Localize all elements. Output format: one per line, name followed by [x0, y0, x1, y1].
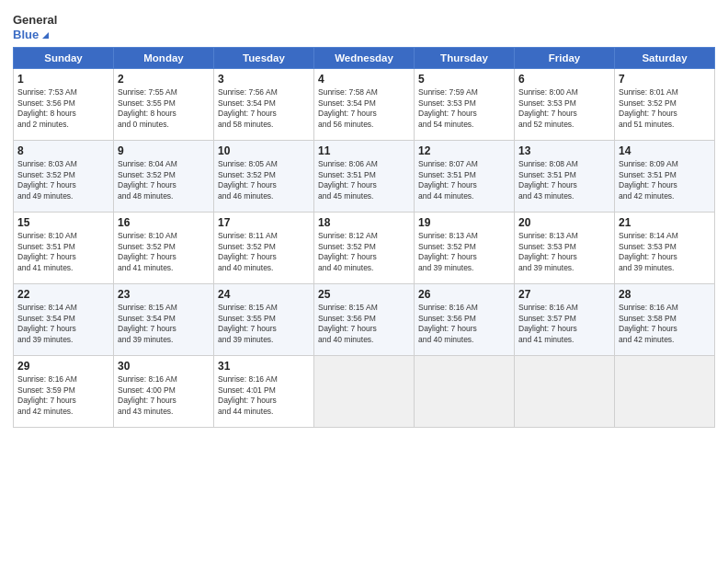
day-number: 26 [418, 288, 510, 301]
calendar-cell: 22Sunrise: 8:14 AMSunset: 3:54 PMDayligh… [14, 284, 114, 356]
header: GeneralBlue [13, 13, 715, 41]
weekday-saturday: Saturday [615, 48, 715, 69]
calendar-cell: 23Sunrise: 8:15 AMSunset: 3:54 PMDayligh… [114, 284, 214, 356]
cell-details: Sunrise: 8:01 AMSunset: 3:52 PMDaylight:… [619, 87, 711, 130]
calendar-cell: 6Sunrise: 8:00 AMSunset: 3:53 PMDaylight… [515, 69, 615, 141]
day-number: 7 [619, 73, 711, 86]
cell-details: Sunrise: 8:16 AMSunset: 3:57 PMDaylight:… [518, 303, 610, 345]
calendar-cell: 26Sunrise: 8:16 AMSunset: 3:56 PMDayligh… [415, 284, 515, 356]
week-row-3: 15Sunrise: 8:10 AMSunset: 3:51 PMDayligh… [14, 213, 715, 284]
cell-details: Sunrise: 7:59 AMSunset: 3:53 PMDaylight:… [418, 87, 510, 130]
weekday-tuesday: Tuesday [214, 48, 314, 69]
cell-details: Sunrise: 8:14 AMSunset: 3:53 PMDaylight:… [619, 231, 711, 273]
calendar-cell [314, 356, 415, 428]
cell-details: Sunrise: 8:15 AMSunset: 3:55 PMDaylight:… [218, 303, 310, 345]
cell-details: Sunrise: 8:16 AMSunset: 3:58 PMDaylight:… [619, 303, 711, 345]
day-number: 24 [218, 288, 310, 301]
cell-details: Sunrise: 8:11 AMSunset: 3:52 PMDaylight:… [218, 231, 310, 273]
weekday-thursday: Thursday [415, 48, 515, 69]
day-number: 11 [318, 144, 410, 157]
calendar-cell: 16Sunrise: 8:10 AMSunset: 3:52 PMDayligh… [114, 213, 214, 284]
cell-details: Sunrise: 8:08 AMSunset: 3:51 PMDaylight:… [518, 159, 610, 201]
cell-details: Sunrise: 8:13 AMSunset: 3:52 PMDaylight:… [418, 231, 510, 273]
day-number: 13 [518, 144, 610, 157]
calendar-body: 1Sunrise: 7:53 AMSunset: 3:56 PMDaylight… [14, 69, 715, 428]
day-number: 8 [17, 144, 109, 157]
day-number: 12 [418, 144, 510, 157]
day-number: 21 [619, 216, 711, 229]
day-number: 1 [17, 73, 109, 86]
cell-details: Sunrise: 7:53 AMSunset: 3:56 PMDaylight:… [17, 87, 109, 130]
calendar-cell: 14Sunrise: 8:09 AMSunset: 3:51 PMDayligh… [615, 141, 715, 213]
cell-details: Sunrise: 8:16 AMSunset: 3:59 PMDaylight:… [17, 374, 109, 417]
cell-details: Sunrise: 7:58 AMSunset: 3:54 PMDaylight:… [318, 87, 410, 130]
cell-details: Sunrise: 8:14 AMSunset: 3:54 PMDaylight:… [17, 303, 109, 345]
calendar-cell: 10Sunrise: 8:05 AMSunset: 3:52 PMDayligh… [214, 141, 314, 213]
cell-details: Sunrise: 8:15 AMSunset: 3:54 PMDaylight:… [118, 303, 210, 345]
day-number: 4 [318, 73, 410, 86]
day-number: 27 [518, 288, 610, 301]
cell-details: Sunrise: 8:15 AMSunset: 3:56 PMDaylight:… [318, 303, 410, 345]
calendar-table: SundayMondayTuesdayWednesdayThursdayFrid… [13, 47, 715, 428]
calendar-cell: 12Sunrise: 8:07 AMSunset: 3:51 PMDayligh… [415, 141, 515, 213]
calendar-cell: 19Sunrise: 8:13 AMSunset: 3:52 PMDayligh… [415, 213, 515, 284]
calendar-cell: 27Sunrise: 8:16 AMSunset: 3:57 PMDayligh… [515, 284, 615, 356]
logo: GeneralBlue [13, 13, 57, 41]
cell-details: Sunrise: 8:03 AMSunset: 3:52 PMDaylight:… [17, 159, 109, 201]
calendar-cell [515, 356, 615, 428]
calendar-cell: 31Sunrise: 8:16 AMSunset: 4:01 PMDayligh… [214, 356, 314, 428]
day-number: 22 [17, 288, 109, 301]
day-number: 14 [619, 144, 711, 157]
calendar-cell: 29Sunrise: 8:16 AMSunset: 3:59 PMDayligh… [14, 356, 114, 428]
calendar-cell: 5Sunrise: 7:59 AMSunset: 3:53 PMDaylight… [415, 69, 515, 141]
calendar-cell: 2Sunrise: 7:55 AMSunset: 3:55 PMDaylight… [114, 69, 214, 141]
cell-details: Sunrise: 8:16 AMSunset: 4:01 PMDaylight:… [218, 374, 310, 417]
cell-details: Sunrise: 7:55 AMSunset: 3:55 PMDaylight:… [118, 87, 210, 130]
calendar-cell: 13Sunrise: 8:08 AMSunset: 3:51 PMDayligh… [515, 141, 615, 213]
cell-details: Sunrise: 8:06 AMSunset: 3:51 PMDaylight:… [318, 159, 410, 201]
cell-details: Sunrise: 8:09 AMSunset: 3:51 PMDaylight:… [619, 159, 711, 201]
cell-details: Sunrise: 7:56 AMSunset: 3:54 PMDaylight:… [218, 87, 310, 130]
day-number: 3 [218, 73, 310, 86]
logo-text: GeneralBlue [13, 13, 57, 41]
calendar-cell [615, 356, 715, 428]
weekday-header-row: SundayMondayTuesdayWednesdayThursdayFrid… [14, 48, 715, 69]
calendar-container: GeneralBlue SundayMondayTuesdayWednesday… [0, 0, 728, 563]
calendar-cell: 28Sunrise: 8:16 AMSunset: 3:58 PMDayligh… [615, 284, 715, 356]
day-number: 23 [118, 288, 210, 301]
calendar-cell: 1Sunrise: 7:53 AMSunset: 3:56 PMDaylight… [14, 69, 114, 141]
cell-details: Sunrise: 8:00 AMSunset: 3:53 PMDaylight:… [518, 87, 610, 130]
calendar-cell: 25Sunrise: 8:15 AMSunset: 3:56 PMDayligh… [314, 284, 415, 356]
day-number: 17 [218, 216, 310, 229]
cell-details: Sunrise: 8:10 AMSunset: 3:51 PMDaylight:… [17, 231, 109, 273]
day-number: 28 [619, 288, 711, 301]
weekday-friday: Friday [515, 48, 615, 69]
calendar-cell: 8Sunrise: 8:03 AMSunset: 3:52 PMDaylight… [14, 141, 114, 213]
day-number: 29 [17, 360, 109, 373]
calendar-cell: 21Sunrise: 8:14 AMSunset: 3:53 PMDayligh… [615, 213, 715, 284]
calendar-cell: 20Sunrise: 8:13 AMSunset: 3:53 PMDayligh… [515, 213, 615, 284]
cell-details: Sunrise: 8:12 AMSunset: 3:52 PMDaylight:… [318, 231, 410, 273]
day-number: 18 [318, 216, 410, 229]
calendar-cell: 9Sunrise: 8:04 AMSunset: 3:52 PMDaylight… [114, 141, 214, 213]
cell-details: Sunrise: 8:07 AMSunset: 3:51 PMDaylight:… [418, 159, 510, 201]
cell-details: Sunrise: 8:04 AMSunset: 3:52 PMDaylight:… [118, 159, 210, 201]
week-row-1: 1Sunrise: 7:53 AMSunset: 3:56 PMDaylight… [14, 69, 715, 141]
cell-details: Sunrise: 8:05 AMSunset: 3:52 PMDaylight:… [218, 159, 310, 201]
day-number: 31 [218, 360, 310, 373]
week-row-4: 22Sunrise: 8:14 AMSunset: 3:54 PMDayligh… [14, 284, 715, 356]
weekday-monday: Monday [114, 48, 214, 69]
day-number: 19 [418, 216, 510, 229]
day-number: 5 [418, 73, 510, 86]
day-number: 15 [17, 216, 109, 229]
calendar-cell: 3Sunrise: 7:56 AMSunset: 3:54 PMDaylight… [214, 69, 314, 141]
day-number: 6 [518, 73, 610, 86]
calendar-cell: 17Sunrise: 8:11 AMSunset: 3:52 PMDayligh… [214, 213, 314, 284]
day-number: 2 [118, 73, 210, 86]
week-row-2: 8Sunrise: 8:03 AMSunset: 3:52 PMDaylight… [14, 141, 715, 213]
calendar-cell: 24Sunrise: 8:15 AMSunset: 3:55 PMDayligh… [214, 284, 314, 356]
cell-details: Sunrise: 8:10 AMSunset: 3:52 PMDaylight:… [118, 231, 210, 273]
calendar-cell: 18Sunrise: 8:12 AMSunset: 3:52 PMDayligh… [314, 213, 415, 284]
calendar-cell: 30Sunrise: 8:16 AMSunset: 4:00 PMDayligh… [114, 356, 214, 428]
calendar-cell [415, 356, 515, 428]
